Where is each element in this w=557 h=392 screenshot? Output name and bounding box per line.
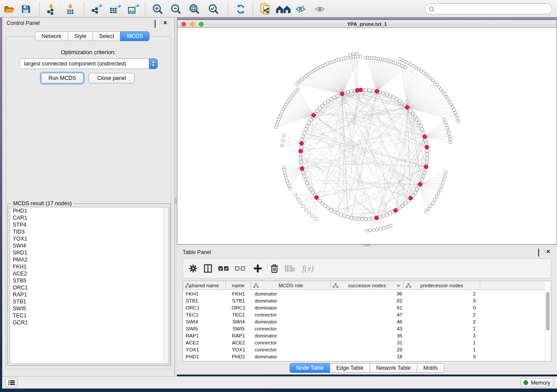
network-canvas[interactable] [177,28,557,244]
list-item[interactable]: RAP1 [10,291,169,298]
tab-select[interactable]: Select [93,31,121,41]
column-header-shared-name[interactable]: shared name [183,281,226,290]
show-columns-icon[interactable] [202,263,214,274]
table-row[interactable]: TEC1TEC1connector472 [183,311,545,318]
optimization-criterion-select[interactable]: largest connected component (undirected)… [20,58,158,69]
table-row[interactable]: FKH1FKH1dominator962 [183,290,545,297]
mcds-node[interactable] [423,135,427,139]
function-builder-icon[interactable]: f(x) [300,263,316,274]
home-button[interactable] [275,3,292,15]
column-header-name[interactable]: name [226,281,251,290]
list-item[interactable]: FKH1 [10,263,169,270]
zoom-out-button[interactable] [170,3,183,15]
tab-mcds[interactable]: MCDS [120,31,149,41]
table-row[interactable]: STB1STB1dominator620 [183,297,545,304]
list-item[interactable]: STP4 [10,221,169,228]
mcds-node[interactable] [424,165,428,169]
tab-motifs[interactable]: Motifs [417,363,444,373]
close-table-panel-icon[interactable]: × [547,249,552,254]
hide-selected-button[interactable] [294,3,308,15]
settings-gear-icon[interactable] [187,263,199,274]
mcds-node[interactable] [311,113,315,117]
tab-network[interactable]: Network [35,31,68,41]
table-row[interactable]: YOX1YOX1connector291 [183,346,545,353]
table-row[interactable]: ORC1ORC1dominator610 [183,304,545,311]
mcds-node[interactable] [300,141,304,145]
export-network-button[interactable] [90,3,103,15]
tab-edge-table[interactable]: Edge Table [330,363,370,373]
vertical-splitter[interactable] [175,17,177,376]
list-item[interactable]: YOX1 [10,235,169,242]
list-item[interactable]: GCR1 [10,319,169,326]
open-file-button[interactable] [3,3,16,15]
list-item[interactable]: TID3 [10,228,169,235]
list-scrollbar[interactable] [163,207,169,364]
list-item[interactable]: SWI5 [10,305,169,312]
table-row[interactable]: ACE2ACE2connector311 [183,339,545,346]
network-graph[interactable] [177,28,557,244]
search-input[interactable] [435,6,544,12]
mcds-node[interactable] [425,145,429,149]
show-panels-button[interactable] [5,378,17,387]
mcds-node[interactable] [359,88,363,92]
delete-row-icon[interactable] [269,263,280,274]
mcds-node[interactable] [340,92,344,96]
table-row[interactable]: RAP1RAP1dominator352 [183,332,545,339]
add-row-icon[interactable] [252,263,263,274]
table-scrollbar[interactable] [545,290,550,361]
column-header-MCDS-role[interactable]: MCDS role [251,281,331,290]
maximize-window-icon[interactable] [199,22,204,27]
run-mcds-button[interactable]: Run MCDS [41,73,83,83]
select-all-icon[interactable] [218,263,229,274]
tab-node-table[interactable]: Node Table [290,363,330,373]
list-item[interactable]: ACE2 [10,270,169,277]
list-item[interactable]: STB5 [10,277,169,284]
list-item[interactable]: CAR1 [10,214,169,221]
mcds-node[interactable] [394,209,398,213]
list-item[interactable]: PMA2 [10,256,169,263]
mcds-node[interactable] [375,89,379,93]
delete-table-icon[interactable] [284,263,296,274]
tab-network-table[interactable]: Network Table [370,363,417,373]
mcds-result-list[interactable]: PHD1CAR1STP4TID3YOX1SWI4SRD1PMA2FKH1ACE2… [10,207,169,364]
mcds-node[interactable] [408,196,412,200]
tab-style[interactable]: Style [68,31,93,41]
column-header-successor-nodes[interactable]: successor nodes [331,281,404,290]
show-selected-button[interactable] [314,3,327,15]
list-item[interactable]: PHD1 [10,207,169,214]
table-row[interactable]: SWI4SWI4dominator462 [183,318,545,325]
horizontal-splitter[interactable] [177,244,557,247]
table-row[interactable]: PHD1PHD1dominator180 [183,353,545,360]
unselect-all-icon[interactable] [235,263,246,274]
list-item[interactable]: TEC1 [10,312,169,319]
list-item[interactable]: SWI4 [10,242,169,249]
minimize-window-icon[interactable] [190,22,195,27]
float-table-panel-icon[interactable] [538,249,544,254]
list-item[interactable]: STB1 [10,298,169,305]
list-item[interactable]: ORC1 [10,284,169,291]
refresh-button[interactable] [234,3,247,15]
export-table-button[interactable] [108,3,121,15]
mcds-node[interactable] [374,216,378,220]
import-table-button[interactable] [64,3,77,15]
mcds-node[interactable] [315,196,318,199]
import-network-button[interactable] [45,3,58,15]
float-panel-icon[interactable] [155,20,160,26]
table-row[interactable]: SWI5SWI5connector431 [183,325,545,332]
export-image-button[interactable] [127,3,140,15]
search-box[interactable] [425,3,552,14]
zoom-fit-button[interactable] [188,3,201,15]
close-panel-icon[interactable]: × [163,20,169,26]
mcds-node[interactable] [418,182,422,186]
network-window-titlebar[interactable]: YPA_prune.txt_1 [177,20,557,28]
column-header-predecessor-nodes[interactable]: predecessor nodes [404,281,480,290]
mcds-node[interactable] [300,167,304,171]
close-window-icon[interactable] [181,22,186,27]
zoom-in-button[interactable] [151,3,164,15]
new-network-from-selection-button[interactable] [259,3,272,15]
save-session-button[interactable] [19,3,32,15]
zoom-selected-button[interactable] [207,3,220,15]
close-panel-button[interactable]: Close panel [89,73,135,83]
memory-button[interactable]: Memory [520,378,554,387]
mcds-node[interactable] [405,105,409,109]
